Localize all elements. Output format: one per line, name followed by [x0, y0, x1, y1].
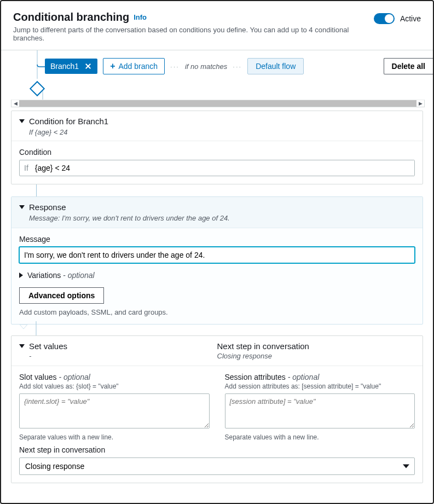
- chevron-down-icon: [19, 119, 25, 123]
- page-title: Conditional branching: [13, 11, 129, 24]
- condition-summary: If {age} < 24: [29, 128, 415, 136]
- response-panel-title: Response: [29, 202, 66, 212]
- page-header: Conditional branching Info Jump to diffe…: [1, 1, 433, 50]
- page-subtitle: Jump to different parts of the conversat…: [13, 26, 374, 42]
- session-attr-optional: - optional: [288, 373, 320, 381]
- slot-values-optional: - optional: [59, 373, 90, 381]
- response-panel-toggle[interactable]: Response: [19, 202, 415, 212]
- plus-icon: +: [110, 62, 115, 71]
- set-values-title: Set values: [29, 341, 67, 351]
- session-attr-help: Add session attributes as: [session attr…: [225, 383, 415, 390]
- next-step-field-label: Next step in conversation: [19, 445, 415, 454]
- condition-panel-title: Condition for Branch1: [29, 117, 108, 126]
- scroll-right-icon[interactable]: ▶: [416, 100, 424, 107]
- branch-flow-area: Branch1 + Add branch ··· if no matches ·…: [1, 50, 433, 100]
- response-panel: Response Message: I'm sorry, we don't re…: [11, 196, 423, 325]
- active-toggle-label: Active: [400, 14, 421, 23]
- chevron-down-icon: [19, 344, 25, 348]
- session-attr-footnote: Separate values with a new line.: [225, 433, 415, 441]
- close-icon[interactable]: [84, 62, 92, 70]
- add-branch-button[interactable]: + Add branch: [103, 58, 165, 74]
- condition-panel-toggle[interactable]: Condition for Branch1: [19, 117, 415, 126]
- response-summary: Message: I'm sorry, we don't rent to dri…: [29, 214, 415, 222]
- chevron-down-icon: [19, 205, 25, 209]
- horizontal-scrollbar[interactable]: ◀ ▶: [11, 100, 425, 107]
- active-toggle[interactable]: [374, 13, 395, 24]
- default-flow-button[interactable]: Default flow: [247, 58, 304, 74]
- next-step-title: Next step in conversation: [217, 341, 309, 351]
- slot-values-footnote: Separate values with a new line.: [19, 433, 210, 441]
- advanced-options-help: Add custom payloads, SSML, and card grou…: [19, 308, 415, 316]
- delete-all-button[interactable]: Delete all: [384, 58, 433, 74]
- add-branch-label: Add branch: [119, 62, 158, 71]
- panel-tail: [20, 325, 433, 335]
- connector-dots: ···: [233, 62, 242, 71]
- message-input[interactable]: [19, 247, 415, 263]
- info-link[interactable]: Info: [134, 13, 147, 21]
- scroll-left-icon[interactable]: ◀: [11, 100, 19, 107]
- condition-panel: Condition for Branch1 If {age} < 24 Cond…: [11, 111, 423, 184]
- next-step-summary: Closing response: [217, 352, 415, 360]
- message-field-label: Message: [19, 235, 415, 244]
- branch-tab-label: Branch1: [50, 62, 79, 71]
- variations-label: Variations: [27, 271, 61, 280]
- session-attr-label: Session attributes: [225, 373, 286, 381]
- condition-input-wrap: If: [19, 160, 415, 176]
- variations-optional: - optional: [63, 271, 95, 280]
- advanced-options-button[interactable]: Advanced options: [19, 287, 104, 304]
- set-values-summary: -: [29, 352, 217, 360]
- connector-line: [36, 184, 37, 196]
- session-attr-textarea[interactable]: [225, 393, 415, 428]
- condition-field-label: Condition: [19, 148, 415, 157]
- branch-tab-branch1[interactable]: Branch1: [45, 59, 97, 74]
- slot-values-textarea[interactable]: [19, 393, 210, 428]
- next-step-select[interactable]: Closing response: [19, 457, 415, 475]
- set-values-panel: Set values - Next step in conversation C…: [11, 335, 423, 483]
- no-match-label: if no matches: [185, 62, 227, 71]
- set-values-toggle[interactable]: Set values: [19, 341, 217, 351]
- condition-input[interactable]: [33, 160, 414, 176]
- slot-values-label: Slot values: [19, 373, 56, 381]
- decision-diamond-icon: [30, 81, 45, 96]
- slot-values-help: Add slot values as: {slot} = "value": [19, 383, 210, 390]
- svg-marker-0: [20, 325, 27, 329]
- chevron-right-icon: [19, 273, 23, 278]
- condition-if-prefix: If: [20, 160, 33, 176]
- variations-toggle[interactable]: Variations - optional: [19, 271, 415, 280]
- connector-dots: ···: [170, 62, 180, 71]
